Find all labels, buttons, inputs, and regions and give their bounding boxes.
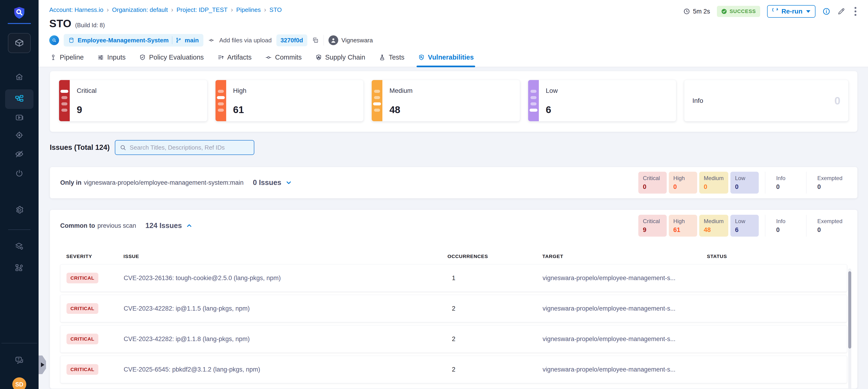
chip-exempted[interactable]: Exempted 0: [813, 215, 847, 237]
issue-row[interactable]: CRITICAL CVE-2023-42282: ip@1.1.5 (lang-…: [60, 295, 847, 322]
severity-strip: [528, 80, 539, 121]
tab-inputs[interactable]: Inputs: [97, 54, 126, 67]
severity-level-bar: [530, 90, 536, 93]
sidebar-item-organizations[interactable]: [0, 263, 39, 273]
chip-high[interactable]: High 0: [669, 172, 697, 194]
issues-heading: Issues (Total 124): [50, 143, 110, 152]
tab-vulnerabilities[interactable]: Vulnerabilities: [418, 54, 474, 67]
sidebar-item-executions[interactable]: [0, 113, 39, 122]
chip-low[interactable]: Low 0: [731, 172, 759, 194]
sidebar-item-settings[interactable]: [0, 205, 39, 215]
chip-exempted[interactable]: Exempted 0: [813, 172, 847, 194]
commit-message[interactable]: Add files via upload: [219, 37, 272, 44]
severity-level-bar: [374, 109, 380, 112]
issue-title[interactable]: CVE-2023-26136: tough-cookie@2.5.0 (lang…: [124, 275, 442, 282]
sidebar-item-baselines[interactable]: [0, 149, 39, 159]
chip-low[interactable]: Low 6: [731, 215, 759, 237]
chip-info[interactable]: Info 0: [772, 215, 800, 237]
search-input[interactable]: [130, 144, 250, 151]
occurrences-count: 2: [442, 305, 533, 312]
breadcrumb-link[interactable]: Pipelines: [236, 6, 261, 13]
issues-search[interactable]: [115, 140, 254, 155]
sidebar-item-pipelines[interactable]: [5, 89, 33, 109]
severity-badge: CRITICAL: [66, 364, 98, 375]
tab-label: Inputs: [107, 54, 126, 61]
issue-title[interactable]: CVE-2025-6545: pbkdf2@3.1.2 (lang-pkgs, …: [124, 366, 442, 373]
issue-row[interactable]: CRITICAL CVE-2025-6545: pbkdf2@3.1.2 (la…: [60, 356, 847, 383]
card-label: Info: [692, 97, 703, 105]
column-header-occurrences: OCCURRENCES: [442, 254, 533, 259]
author-avatar: [329, 35, 338, 45]
issue-row[interactable]: CRITICAL CVE-2023-42282: ip@1.1.8 (lang-…: [60, 325, 847, 353]
breadcrumb-link[interactable]: Organization: default: [112, 6, 168, 13]
severity-level-bar: [218, 102, 224, 105]
run-info-button[interactable]: [823, 7, 830, 16]
issue-title[interactable]: CVE-2023-42282: ip@1.1.8 (lang-pkgs, npm…: [124, 335, 442, 343]
duration-text: 5m 2s: [693, 8, 710, 15]
tab-tests[interactable]: Tests: [379, 54, 404, 67]
chip-critical[interactable]: Critical 0: [638, 172, 667, 194]
chevron-down-icon[interactable]: [285, 179, 292, 186]
scrollbar-thumb[interactable]: [848, 271, 851, 349]
repo-branch-pill[interactable]: Employee-Management-System main: [64, 34, 204, 47]
summary-card-high[interactable]: High 61: [215, 80, 364, 121]
tab-supply-chain[interactable]: Supply Chain: [315, 54, 365, 67]
breadcrumb-link[interactable]: STO: [270, 6, 282, 13]
breadcrumb-link[interactable]: Account: Harness.io: [49, 6, 103, 13]
chip-divider: [765, 215, 765, 237]
chip-info[interactable]: Info 0: [772, 172, 800, 194]
repo-name[interactable]: Employee-Management-System: [78, 37, 169, 44]
common-to-header[interactable]: Common to previous scan 124 Issues Criti…: [60, 210, 847, 242]
chip-medium[interactable]: Medium 48: [699, 215, 728, 237]
more-options-button[interactable]: [852, 6, 859, 17]
tab-policy-evaluations[interactable]: Policy Evaluations: [139, 54, 204, 67]
sidebar-item-help[interactable]: ?: [0, 356, 39, 365]
sidebar-item-targets[interactable]: [0, 131, 39, 140]
sidebar-item-home[interactable]: [0, 73, 39, 81]
rerun-button[interactable]: Re-run: [767, 5, 815, 18]
tab-label: Tests: [389, 54, 404, 61]
status-badge: SUCCESS: [717, 6, 760, 17]
summary-card-info[interactable]: Info 0: [684, 80, 848, 121]
edit-pipeline-button[interactable]: [837, 7, 845, 16]
section-prefix: Only in: [60, 179, 82, 186]
sidebar-item-project-setup[interactable]: [0, 242, 39, 251]
severity-level-bar: [530, 96, 536, 99]
sidebar-item-getting-started[interactable]: [0, 169, 39, 178]
chip-critical[interactable]: Critical 9: [638, 215, 667, 237]
card-value: 61: [233, 104, 247, 115]
section-scope: previous scan: [97, 222, 136, 229]
issue-row[interactable]: CRITICAL CVE-2023-26136: tough-cookie@2.…: [60, 264, 847, 292]
tab-pipeline[interactable]: Pipeline: [50, 54, 84, 67]
tab-label: Vulnerabilities: [428, 54, 474, 61]
chip-divider: [806, 215, 806, 237]
summary-card-low[interactable]: Low 6: [528, 80, 677, 121]
severity-badge: CRITICAL: [66, 303, 98, 314]
layers-gear-icon: [14, 242, 24, 251]
tab-artifacts[interactable]: Artifacts: [217, 54, 252, 67]
issue-title[interactable]: CVE-2023-42282: ip@1.1.5 (lang-pkgs, npm…: [124, 305, 442, 312]
user-avatar[interactable]: SD: [12, 378, 26, 389]
only-in-section[interactable]: Only in vigneswara-propelo/employee-mana…: [50, 167, 858, 198]
chevron-up-icon[interactable]: [186, 222, 193, 229]
summary-card-critical[interactable]: Critical 9: [59, 80, 207, 121]
chip-medium[interactable]: Medium 0: [699, 172, 728, 194]
module-switcher-button[interactable]: [8, 33, 31, 53]
copy-sha-button[interactable]: [312, 37, 319, 44]
commit-icon: [208, 37, 215, 44]
severity-level-bar: [374, 96, 380, 99]
table-scrollbar[interactable]: [848, 269, 851, 389]
tab-commits[interactable]: Commits: [265, 54, 302, 67]
page-title: STO: [49, 17, 71, 30]
summary-card-medium[interactable]: Medium 48: [371, 80, 520, 121]
chip-high[interactable]: High 61: [669, 215, 697, 237]
rerun-dropdown-caret[interactable]: [806, 10, 810, 13]
breadcrumb-link[interactable]: Project: IDP_TEST: [177, 6, 227, 13]
section-issue-count: 124 Issues: [146, 221, 182, 230]
build-id: (Build Id: 8): [75, 22, 105, 29]
chip-label: Medium: [704, 175, 724, 182]
commit-sha[interactable]: 3270f0d: [276, 34, 307, 46]
chip-value: 6: [735, 226, 754, 233]
branch-name[interactable]: main: [185, 37, 199, 44]
breadcrumb-separator: ›: [171, 6, 173, 13]
